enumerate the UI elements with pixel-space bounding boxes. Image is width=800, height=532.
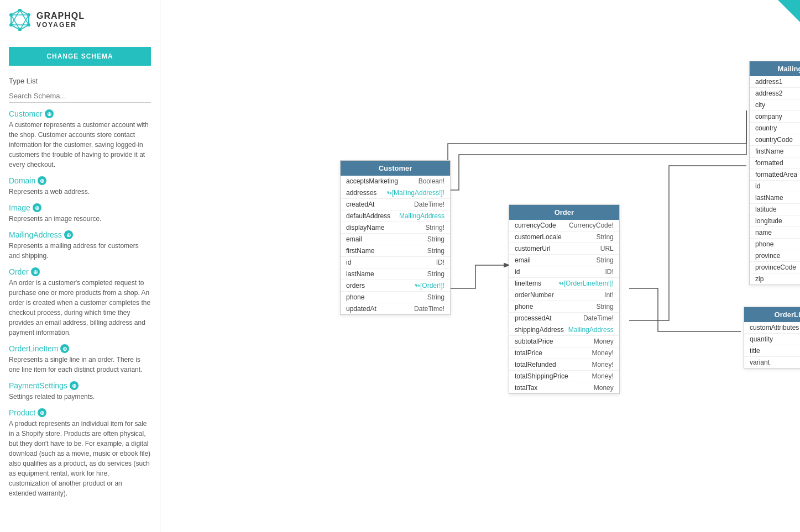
customer-table-header: Customer — [341, 161, 450, 176]
field-type: DateTime! — [414, 201, 445, 208]
field-name: orders — [346, 282, 410, 289]
sidebar-type-item: PaymentSettings ⊕ Settings related to pa… — [9, 381, 151, 402]
type-name-link[interactable]: PaymentSettings ⊕ — [9, 381, 151, 390]
type-description: An order is a customer's completed reque… — [9, 278, 151, 338]
field-name: orderNumber — [515, 291, 600, 299]
type-name-link[interactable]: OrderLineItem ⊕ — [9, 344, 151, 353]
field-name: shippingAddress — [515, 326, 564, 334]
info-icon[interactable]: ⊕ — [64, 230, 73, 239]
type-description: A customer represents a customer account… — [9, 120, 151, 170]
field-type[interactable]: ↬[MailingAddress!]! — [386, 189, 445, 197]
table-row: email String — [341, 233, 450, 245]
corner-decoration — [778, 0, 800, 22]
field-name: country — [755, 124, 800, 132]
field-name: title — [750, 347, 800, 355]
table-row: company String — [750, 110, 800, 122]
table-row: customAttributes [Attribute!]! — [744, 322, 800, 333]
table-row: quantity Int! — [744, 333, 800, 345]
table-row: firstName String — [750, 145, 800, 157]
type-name-link[interactable]: Order ⊕ — [9, 267, 151, 276]
info-icon[interactable]: ⊕ — [33, 203, 41, 212]
info-icon[interactable]: ⊕ — [60, 344, 69, 353]
field-type: CurrencyCode! — [569, 222, 614, 229]
field-name: latitude — [755, 206, 800, 213]
field-name: address2 — [755, 89, 800, 97]
field-type: String — [427, 235, 445, 243]
type-description: Represents a mailing address for custome… — [9, 241, 151, 261]
table-row: defaultAddress MailingAddress — [341, 210, 450, 222]
field-type: String — [596, 303, 613, 310]
field-name: subtotalPrice — [515, 338, 589, 345]
field-name: defaultAddress — [346, 212, 395, 220]
info-icon[interactable]: ⊕ — [45, 109, 54, 118]
table-row: name String — [750, 227, 800, 238]
logo-title: GRAPHQL — [36, 11, 85, 21]
type-name-link[interactable]: Product ⊕ — [9, 408, 151, 417]
table-row: address2 String — [750, 87, 800, 99]
type-name-link[interactable]: MailingAddress ⊕ — [9, 230, 151, 239]
table-row: formattedArea String — [750, 168, 800, 180]
field-name: firstName — [346, 247, 423, 255]
logo-text: GRAPHQL VOYAGER — [36, 11, 85, 29]
info-icon[interactable]: ⊕ — [31, 267, 40, 276]
sidebar-type-item: Customer ⊕ A customer represents a custo… — [9, 109, 151, 170]
field-name: countryCode — [755, 136, 800, 144]
sidebar-type-item: MailingAddress ⊕ Represents a mailing ad… — [9, 230, 151, 261]
canvas-area: Customer acceptsMarketing Boolean! addre… — [160, 0, 800, 532]
field-type[interactable]: ↬[OrderLineItem!]! — [558, 280, 614, 287]
type-name-link[interactable]: Image ⊕ — [9, 203, 151, 212]
info-icon[interactable]: ⊕ — [70, 381, 79, 390]
info-icon[interactable]: ⊕ — [38, 408, 46, 417]
field-name: lastName — [346, 270, 423, 278]
type-name-link[interactable]: Domain ⊕ — [9, 176, 151, 185]
table-row: displayName String! — [341, 222, 450, 233]
graphql-logo-icon — [9, 9, 31, 31]
field-name: company — [755, 113, 800, 120]
order-table: Order currencyCode CurrencyCode! custome… — [509, 204, 620, 394]
sidebar-type-item: Image ⊕ Represents an image resource. — [9, 203, 151, 224]
field-type: Money — [594, 338, 614, 345]
field-name: customAttributes — [750, 324, 800, 331]
field-name: id — [346, 259, 432, 266]
table-row: totalRefunded Money! — [509, 359, 619, 370]
field-type: Money! — [592, 372, 613, 380]
mailing-address-header: MailingAddress — [750, 61, 800, 76]
field-type: DateTime! — [583, 314, 614, 322]
field-name: acceptsMarketing — [346, 177, 414, 185]
field-name: addresses — [346, 189, 382, 197]
sidebar-header: GRAPHQL VOYAGER — [0, 0, 160, 40]
field-name: totalPrice — [515, 349, 587, 357]
order-line-item-table: OrderLineItem customAttributes [Attribut… — [744, 307, 800, 368]
field-name: city — [755, 101, 800, 109]
field-name: formattedArea — [755, 171, 800, 178]
field-type[interactable]: ↬[Order!]! — [415, 282, 445, 289]
table-row: customerLocale String — [509, 231, 619, 243]
field-type: String — [427, 293, 445, 301]
customer-table: Customer acceptsMarketing Boolean! addre… — [340, 160, 451, 315]
field-type: String — [427, 270, 445, 278]
field-type[interactable]: MailingAddress — [399, 212, 445, 220]
field-type: ID! — [605, 268, 613, 276]
info-icon[interactable]: ⊕ — [38, 176, 46, 185]
sidebar-type-item: Product ⊕ A product represents an indivi… — [9, 408, 151, 498]
field-type: Money! — [592, 361, 613, 368]
field-name: lineItems — [515, 280, 554, 287]
field-name: quantity — [750, 335, 800, 343]
change-schema-button[interactable]: CHANGE SCHEMA — [9, 47, 151, 66]
field-name: totalShippingPrice — [515, 372, 587, 380]
type-name-link[interactable]: Customer ⊕ — [9, 109, 151, 118]
search-input[interactable] — [9, 89, 151, 103]
field-type[interactable]: MailingAddress — [568, 326, 614, 334]
field-type: DateTime! — [414, 305, 445, 313]
table-row: city String — [750, 99, 800, 110]
type-description: Settings related to payments. — [9, 392, 151, 402]
order-table-header: Order — [509, 205, 619, 220]
table-row: email String — [509, 254, 619, 266]
table-row: formatted [String!]! — [750, 157, 800, 168]
field-name: processedAt — [515, 314, 579, 322]
mailing-address-table: MailingAddress address1 String address2 … — [749, 61, 800, 285]
sidebar-type-item: OrderLineItem ⊕ Represents a single line… — [9, 344, 151, 375]
field-name: id — [755, 182, 800, 190]
table-row: country String — [750, 122, 800, 134]
table-row: address1 String — [750, 76, 800, 87]
